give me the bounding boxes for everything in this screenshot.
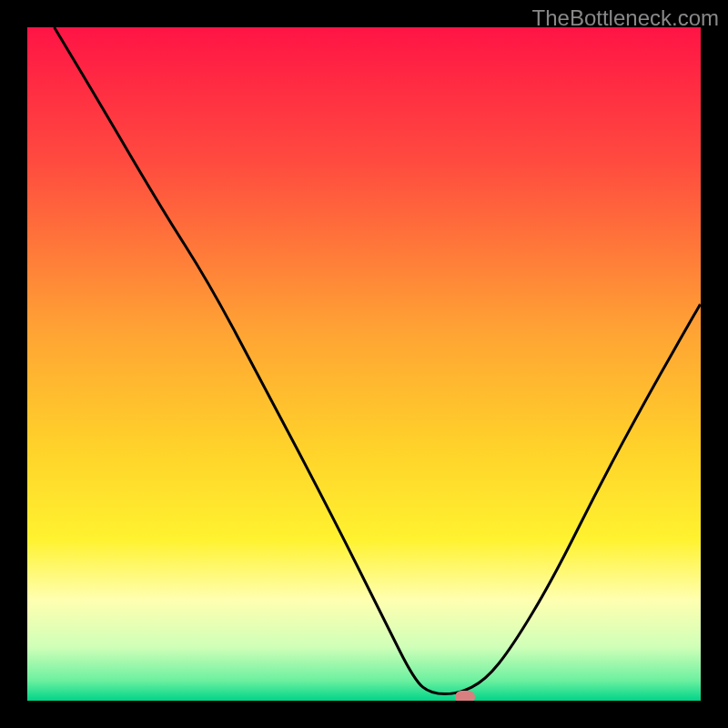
plot-area: [27, 27, 701, 701]
chart-container: TheBottleneck.com: [0, 0, 728, 728]
curve-line: [27, 27, 701, 701]
watermark-text: TheBottleneck.com: [532, 5, 719, 31]
selected-point-marker: [455, 691, 475, 701]
